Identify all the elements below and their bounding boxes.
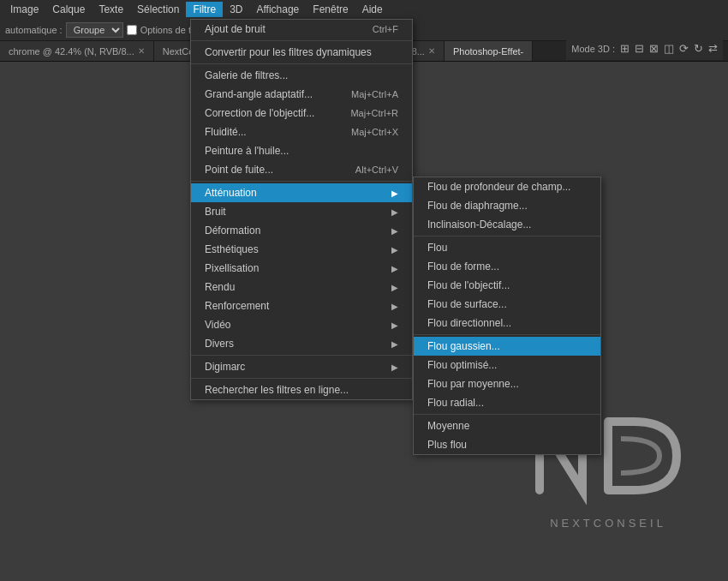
arrow-icon: ▶ [391,302,398,311]
logo-text: NEXTCONSEIL [522,517,694,530]
menu-flou-forme[interactable]: Flou de forme... [414,257,600,276]
menu-flou-directionnel[interactable]: Flou directionnel... [414,314,600,332]
toolbar-checkbox[interactable] [127,25,137,35]
tab-close-chrome[interactable]: ✕ [138,41,145,62]
menu-grand-angle[interactable]: Grand-angle adaptatif... Maj+Ctrl+A [191,85,412,104]
arrow-icon: ▶ [391,189,398,198]
menu-video[interactable]: Vidéo ▶ [191,315,412,334]
attenuation-submenu: Flou de profondeur de champ... Flou de d… [413,177,601,455]
sep-3 [191,181,412,182]
tab-photoshop[interactable]: Photoshop-Effet- [445,41,533,62]
menu-fenetre[interactable]: Fenêtre [306,2,355,17]
menu-flou-radial[interactable]: Flou radial... [414,393,600,412]
menu-flou-diaphragme[interactable]: Flou de diaphragme... [414,196,600,215]
toolbar-right: Mode 3D : ⊞ ⊟ ⊠ ◫ ⟳ ↻ ⇄ [566,38,723,60]
sep-1 [191,40,412,41]
toolbar-icon-4[interactable]: ◫ [664,42,674,55]
toolbar-icon-5[interactable]: ⟳ [679,42,689,55]
sep-att-2 [414,334,600,335]
menu-flou-par-moyenne[interactable]: Flou par moyenne... [414,374,600,393]
menu-flou-surface[interactable]: Flou de surface... [414,295,600,314]
menu-affichage[interactable]: Affichage [249,2,306,17]
menu-rendu[interactable]: Rendu ▶ [191,278,412,296]
arrow-icon: ▶ [391,264,398,273]
menu-esthetiques[interactable]: Esthétiques ▶ [191,240,412,259]
menu-galerie[interactable]: Galerie de filtres... [191,66,412,85]
menu-plus-flou[interactable]: Plus flou [414,435,600,454]
toolbar-icon-2[interactable]: ⊟ [635,42,644,55]
sep-2 [191,63,412,64]
toolbar-label: automatique : [5,25,63,35]
menu-filtre[interactable]: Filtre [186,2,223,17]
menu-deformation[interactable]: Déformation ▶ [191,221,412,240]
menu-flou-gaussien[interactable]: Flou gaussien... [414,337,600,356]
toolbar-icon-6[interactable]: ↻ [694,42,703,55]
sep-att-1 [414,236,600,237]
menu-selection[interactable]: Sélection [130,2,186,17]
menu-convertir[interactable]: Convertir pour les filtres dynamiques [191,43,412,62]
menu-attenuation[interactable]: Atténuation ▶ [191,183,412,202]
arrow-icon: ▶ [391,207,398,217]
sep-att-3 [414,414,600,415]
menu-rechercher[interactable]: Rechercher les filtres en ligne... [191,380,412,399]
menu-ajout-bruit[interactable]: Ajout de bruit Ctrl+F [191,20,412,39]
menu-flou-objectif[interactable]: Flou de l'objectif... [414,276,600,295]
tab-close-twitter[interactable]: ✕ [428,41,435,62]
menu-flou-profondeur[interactable]: Flou de profondeur de champ... [414,177,600,196]
menu-texte[interactable]: Texte [92,2,130,17]
menu-divers[interactable]: Divers ▶ [191,334,412,353]
mode3d-label: Mode 3D : [571,44,615,54]
menu-calque[interactable]: Calque [45,2,92,17]
arrow-icon: ▶ [391,226,398,236]
arrow-icon: ▶ [391,320,398,330]
menu-inclinaison-decalage[interactable]: Inclinaison-Décalage... [414,215,600,234]
menu-correction[interactable]: Correction de l'objectif... Maj+Ctrl+R [191,104,412,123]
menubar: Image Calque Texte Sélection Filtre 3D A… [0,0,728,19]
menu-image[interactable]: Image [3,2,45,17]
menu-aide[interactable]: Aide [355,2,390,17]
toolbar-icon-3[interactable]: ⊠ [649,42,659,55]
arrow-icon: ▶ [391,245,398,255]
arrow-icon: ▶ [391,362,398,372]
menu-renforcement[interactable]: Renforcement ▶ [191,296,412,315]
menu-bruit[interactable]: Bruit ▶ [191,202,412,221]
arrow-icon: ▶ [391,283,398,292]
filtre-dropdown: Ajout de bruit Ctrl+F Convertir pour les… [190,19,413,400]
toolbar-icon-1[interactable]: ⊞ [620,42,630,55]
menu-3d[interactable]: 3D [223,2,249,17]
sep-4 [191,355,412,356]
toolbar-icon-7[interactable]: ⇄ [708,42,718,55]
menu-digimarc[interactable]: Digimarc ▶ [191,357,412,376]
sep-5 [191,378,412,379]
menu-pixellisation[interactable]: Pixellisation ▶ [191,259,412,278]
arrow-icon: ▶ [391,339,398,349]
menu-point-fuite[interactable]: Point de fuite... Alt+Ctrl+V [191,160,412,179]
toolbar-options-text: Options de t [140,25,191,35]
tab-chrome[interactable]: chrome @ 42.4% (N, RVB/8... ✕ [0,41,154,62]
toolbar-group-select[interactable]: Groupe [66,22,123,38]
menu-fluidite[interactable]: Fluidité... Maj+Ctrl+X [191,123,412,141]
menu-flou-optimise[interactable]: Flou optimisé... [414,356,600,374]
menu-peinture[interactable]: Peinture à l'huile... [191,141,412,160]
menu-moyenne[interactable]: Moyenne [414,416,600,435]
menu-flou[interactable]: Flou [414,238,600,257]
